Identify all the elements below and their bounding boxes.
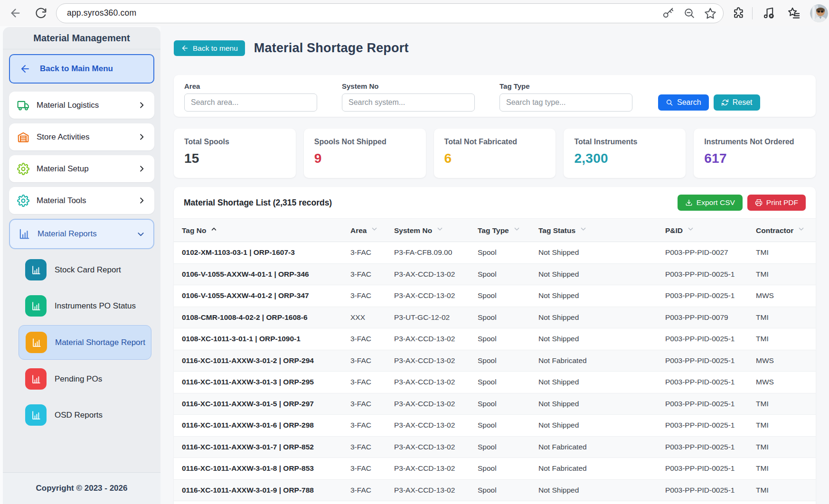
favorites-list-icon[interactable] bbox=[788, 7, 801, 19]
cell-system-no: P3-AX-CCD-13-02 bbox=[386, 393, 470, 415]
browser-chrome: app.syros360.com bbox=[0, 0, 829, 26]
sort-chevron-icon bbox=[580, 225, 587, 233]
table-row[interactable]: 0106-V-1055-AXXW-4-01-1 | ORP-346 3-FAC … bbox=[174, 263, 816, 285]
table-row[interactable]: 0116-XC-1011-AXXW-3-01-2 | ORP-294 3-FAC… bbox=[174, 350, 816, 372]
column-header-tag-type[interactable]: Tag Type bbox=[470, 219, 530, 242]
cell-tag-status: Not Fabricated bbox=[530, 350, 657, 372]
cell-tag-type: Spool bbox=[470, 415, 530, 437]
column-header-tag-no[interactable]: Tag No bbox=[174, 219, 342, 242]
arrow-left-icon bbox=[19, 63, 31, 75]
browser-reload-icon[interactable] bbox=[35, 7, 47, 19]
bar-chart-icon bbox=[31, 265, 41, 275]
sidebar-nav: Material Logistics Store Activities Mate… bbox=[9, 92, 154, 249]
cell-tag-type: Spool bbox=[470, 263, 530, 285]
sidebar-item-material-setup[interactable]: Material Setup bbox=[9, 155, 154, 182]
cell-tag-no: 0106-V-1055-AXXW-4-01-2 | ORP-347 bbox=[174, 285, 342, 307]
cell-system-no: P3-AX-CCD-13-02 bbox=[386, 372, 470, 393]
table-row[interactable]: 0116-XC-1011-AXXW-3-01-9 | ORP-788 3-FAC… bbox=[174, 479, 816, 501]
column-label: Tag No bbox=[182, 226, 206, 234]
system-no-search-input[interactable] bbox=[342, 93, 475, 112]
column-header-contractor[interactable]: Contractor bbox=[748, 219, 816, 242]
column-header-tag-status[interactable]: Tag Status bbox=[530, 219, 657, 242]
cell-tag-no: 0102-XM-1103-03-1 | ORP-1607-3 bbox=[174, 242, 342, 264]
main-content: Back to menu Material Shortage Report Ar… bbox=[160, 26, 829, 504]
printer-icon bbox=[755, 199, 763, 206]
cell-pid: P003-PP-PID-0025-1 bbox=[657, 479, 748, 501]
cell-contractor: TMI bbox=[748, 307, 816, 328]
table-row[interactable]: 0116-XC-1011-AXXW-3-01-8 | ORP-853 3-FAC… bbox=[174, 458, 816, 480]
stat-label: Total Spools bbox=[184, 138, 285, 146]
column-label: Area bbox=[350, 226, 367, 234]
column-header-system-no[interactable]: System No bbox=[386, 219, 470, 242]
column-header-p-id[interactable]: P&ID bbox=[657, 219, 748, 242]
sidebar-item-store-activities[interactable]: Store Activities bbox=[9, 123, 154, 150]
cell-pid: P003-PP-PID-0025-1 bbox=[657, 263, 748, 285]
shortage-table: Tag No Area System No Tag Type Tag Statu… bbox=[174, 218, 816, 501]
cell-tag-status: Not Shipped bbox=[530, 328, 657, 350]
sidebar-item-material-reports[interactable]: Material Reports bbox=[9, 219, 154, 249]
cell-tag-type: Spool bbox=[470, 458, 530, 480]
sidebar-subitem-stock-card-report[interactable]: Stock Card Report bbox=[19, 253, 151, 287]
url-text[interactable]: app.syros360.com bbox=[67, 8, 653, 18]
bookmark-star-icon[interactable] bbox=[704, 7, 716, 19]
back-to-main-menu-button[interactable]: Back to Main Menu bbox=[9, 54, 154, 84]
sidebar-item-material-logistics[interactable]: Material Logistics bbox=[9, 92, 154, 119]
back-to-menu-button[interactable]: Back to menu bbox=[174, 40, 245, 56]
cell-pid: P003-PP-PID-0025-1 bbox=[657, 436, 748, 458]
table-body: 0102-XM-1103-03-1 | ORP-1607-3 3-FAC P3-… bbox=[174, 242, 816, 501]
table-row[interactable]: 0106-V-1055-AXXW-4-01-2 | ORP-347 3-FAC … bbox=[174, 285, 816, 307]
cell-tag-no: 0116-XC-1011-AXXW-3-01-2 | ORP-294 bbox=[174, 350, 342, 372]
table-row[interactable]: 0116-XC-1011-AXXW-3-01-3 | ORP-295 3-FAC… bbox=[174, 372, 816, 393]
sidebar-subitem-material-shortage-report[interactable]: Material Shortage Report bbox=[19, 325, 151, 360]
table-row[interactable]: 0116-XC-1011-AXXW-3-01-5 | ORP-297 3-FAC… bbox=[174, 393, 816, 415]
report-item-label: Stock Card Report bbox=[55, 265, 121, 275]
table-row[interactable]: 0116-XC-1011-AXXW-3-01-7 | ORP-852 3-FAC… bbox=[174, 436, 816, 458]
stat-label: Total Instruments bbox=[574, 138, 675, 146]
table-row[interactable]: 0108-XC-1011-3-01-1 | ORP-1090-1 3-FAC P… bbox=[174, 328, 816, 350]
sidebar: Material Management Back to Main Menu Ma… bbox=[3, 27, 160, 504]
report-sub-menu: Stock Card Report Instruments PO Status … bbox=[9, 249, 154, 432]
stat-card-total-spools: Total Spools 15 bbox=[174, 129, 296, 178]
tag-type-search-input[interactable] bbox=[499, 93, 632, 112]
area-search-input[interactable] bbox=[184, 93, 317, 112]
sidebar-subitem-osd-reports[interactable]: OSD Reports bbox=[19, 398, 151, 432]
browser-back-icon[interactable] bbox=[9, 7, 22, 19]
cell-contractor: TMI bbox=[748, 436, 816, 458]
cell-area: 3-FAC bbox=[342, 350, 386, 372]
filter-group-area: Area bbox=[184, 82, 317, 112]
cell-tag-no: 0106-V-1055-AXXW-4-01-1 | ORP-346 bbox=[174, 263, 342, 285]
print-pdf-button[interactable]: Print PDF bbox=[747, 195, 806, 211]
cell-tag-no: 0116-XC-1011-AXXW-3-01-3 | ORP-295 bbox=[174, 372, 342, 393]
stat-card-spools-not-shipped: Spools Not Shipped 9 bbox=[304, 129, 426, 178]
nav-item-label: Store Activities bbox=[37, 132, 137, 142]
reset-button[interactable]: Reset bbox=[714, 94, 760, 111]
table-row[interactable]: 0102-XM-1103-03-1 | ORP-1607-3 3-FAC P3-… bbox=[174, 242, 816, 264]
search-icon bbox=[666, 99, 673, 106]
search-button[interactable]: Search bbox=[658, 94, 709, 111]
cell-tag-status: Not Shipped bbox=[530, 263, 657, 285]
chevron-down-icon bbox=[136, 230, 145, 239]
sidebar-title: Material Management bbox=[3, 27, 160, 49]
cell-area: 3-FAC bbox=[342, 242, 386, 264]
cell-system-no: P3-AX-CCD-13-02 bbox=[386, 350, 470, 372]
password-key-icon[interactable] bbox=[662, 7, 674, 19]
cell-tag-no: 0116-XC-1011-AXXW-3-01-7 | ORP-852 bbox=[174, 436, 342, 458]
media-playing-icon[interactable] bbox=[762, 7, 775, 20]
export-csv-button[interactable]: Export CSV bbox=[678, 195, 743, 211]
print-pdf-label: Print PDF bbox=[766, 198, 798, 207]
nav-item-label: Material Setup bbox=[37, 164, 137, 174]
cell-tag-no: 0108-XC-1011-3-01-1 | ORP-1090-1 bbox=[174, 328, 342, 350]
table-row[interactable]: 0108-CMR-1008-4-02-2 | ORP-1608-6 XXX P3… bbox=[174, 307, 816, 328]
browser-profile-avatar[interactable] bbox=[810, 4, 828, 22]
extensions-puzzle-icon[interactable] bbox=[732, 7, 745, 19]
sidebar-subitem-instruments-po-status[interactable]: Instruments PO Status bbox=[19, 289, 151, 323]
column-header-area[interactable]: Area bbox=[342, 219, 386, 242]
cell-area: 3-FAC bbox=[342, 328, 386, 350]
zoom-out-icon[interactable] bbox=[683, 7, 695, 19]
cell-pid: P003-PP-PID-0025-1 bbox=[657, 350, 748, 372]
sidebar-subitem-pending-pos[interactable]: Pending POs bbox=[19, 362, 151, 396]
table-row[interactable]: 0116-XC-1011-AXXW-3-01-6 | ORP-298 3-FAC… bbox=[174, 415, 816, 437]
sidebar-item-material-tools[interactable]: Material Tools bbox=[9, 187, 154, 214]
chevron-right-icon bbox=[137, 164, 146, 173]
address-bar[interactable]: app.syros360.com bbox=[56, 3, 724, 23]
